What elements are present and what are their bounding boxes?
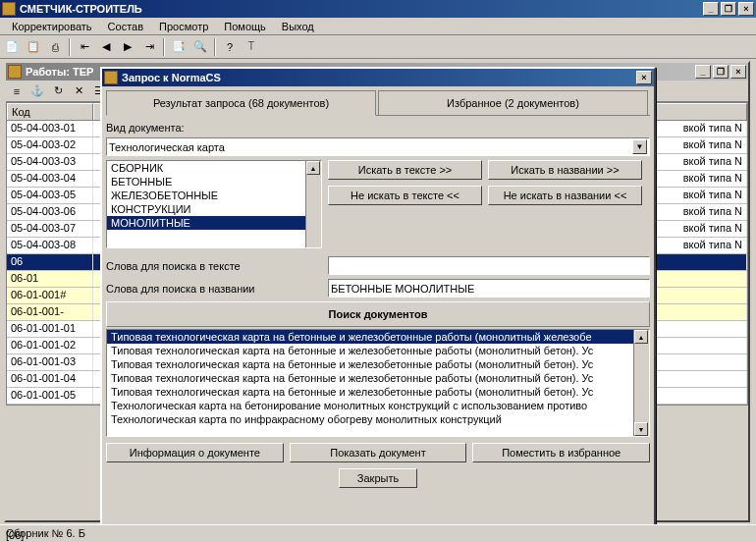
restore-button[interactable]: ❐	[713, 65, 729, 79]
search-in-name-button[interactable]: Искать в названии >>	[488, 160, 642, 180]
search-in-text-button[interactable]: Искать в тексте >>	[328, 160, 482, 180]
cell-code: 06-01-001-03	[7, 354, 93, 370]
menu-help[interactable]: Помощь	[216, 19, 274, 34]
list-item[interactable]: СБОРНИК	[107, 161, 321, 175]
search-header[interactable]: Поиск документов	[106, 301, 650, 327]
list-item[interactable]: Типовая технологическая карта на бетонны…	[107, 344, 649, 357]
cell-code: 06-01-001-	[7, 304, 93, 320]
cell-code: 05-04-003-02	[7, 137, 93, 153]
toolbar-btn[interactable]: ?	[220, 37, 240, 57]
restore-button[interactable]: ❐	[721, 2, 736, 16]
toolbar-btn[interactable]: 📄	[2, 37, 22, 57]
chevron-down-icon: ▼	[632, 139, 647, 154]
doc-type-value: Технологическая карта	[109, 141, 225, 153]
menu-correct[interactable]: Корректировать	[4, 19, 100, 34]
scroll-down-icon[interactable]: ▼	[634, 422, 648, 436]
close-button[interactable]: ×	[730, 65, 746, 79]
list-item[interactable]: КОНСТРУКЦИИ	[107, 202, 321, 216]
cell-code: 05-04-003-04	[7, 171, 93, 187]
toolbar-btn[interactable]: ⟙	[242, 37, 261, 57]
list-item[interactable]: Технологическая карта на бетонирование м…	[107, 399, 649, 412]
text-search-label: Слова для поиска в тексте	[106, 260, 322, 272]
cell-code: 05-04-003-03	[7, 154, 93, 170]
dialog-tabs: Результат запроса (68 документов) Избран…	[106, 90, 650, 116]
app-titlebar: СМЕТЧИК-СТРОИТЕЛЬ _ ❐ ×	[0, 0, 756, 18]
toolbar-btn[interactable]: ↻	[48, 81, 68, 101]
doc-info-button[interactable]: Информация о документе	[106, 443, 284, 462]
results-listbox[interactable]: Типовая технологическая карта на бетонны…	[106, 329, 650, 437]
list-item[interactable]: МОНОЛИТНЫЕ	[107, 216, 321, 230]
doc-type-label: Вид документа:	[106, 122, 185, 134]
cell-code: 06-01-001#	[7, 288, 93, 303]
list-item[interactable]: Технологическая карта по инфракрасному о…	[107, 412, 649, 426]
scroll-up-icon[interactable]: ▲	[634, 330, 648, 344]
app-icon	[2, 2, 16, 16]
toolbar-btn[interactable]: 📋	[24, 37, 43, 57]
dialog-icon	[104, 71, 118, 84]
dialog-close-button[interactable]: ×	[636, 71, 652, 84]
toolbar-btn[interactable]: ◀	[96, 37, 116, 57]
main-toolbar: 📄 📋 ⎙ ⇤ ◀ ▶ ⇥ 📑 🔍 ? ⟙	[0, 35, 756, 59]
toolbar-btn[interactable]: 📑	[169, 37, 189, 57]
list-item[interactable]: Типовая технологическая карта на бетонны…	[107, 357, 649, 371]
menu-composition[interactable]: Состав	[100, 19, 151, 34]
cell-code: 06-01-001-01	[7, 321, 93, 337]
toolbar-btn[interactable]: ⇤	[75, 37, 94, 57]
toolbar-btn[interactable]: ≡	[7, 81, 27, 101]
minimize-button[interactable]: _	[703, 2, 719, 16]
cell-code: 06-01-001-05	[7, 388, 93, 404]
cell-code: 06-01-001-04	[7, 371, 93, 387]
tab-results[interactable]: Результат запроса (68 документов)	[106, 90, 376, 116]
cell-code: 05-04-003-06	[7, 204, 93, 220]
name-search-label: Слова для поиска в названии	[106, 283, 322, 295]
tab-favorites[interactable]: Избранное (2 документов)	[378, 90, 648, 115]
col-code[interactable]: Код	[7, 103, 93, 120]
menu-view[interactable]: Просмотр	[151, 19, 216, 34]
no-search-name-button[interactable]: Не искать в названии <<	[488, 186, 642, 205]
dialog-titlebar[interactable]: Запрос к NormaCS ×	[102, 69, 654, 86]
cell-code: 06-01	[7, 271, 93, 287]
no-search-text-button[interactable]: Не искать в тексте <<	[328, 186, 482, 205]
toolbar-btn[interactable]: ✕	[69, 81, 88, 101]
close-button[interactable]: Закрыть	[339, 468, 417, 488]
works-title: Работы: ТЕР	[26, 66, 93, 78]
list-item[interactable]: ЖЕЛЕЗОБЕТОННЫЕ	[107, 189, 321, 202]
scroll-up-icon[interactable]: ▲	[306, 161, 320, 175]
doc-type-combo[interactable]: Технологическая карта ▼	[106, 137, 650, 156]
toolbar-btn[interactable]: ⇥	[139, 37, 159, 57]
toolbar-btn[interactable]: ⎙	[45, 37, 65, 57]
status-bar: Сборник № 6. Б	[0, 524, 756, 542]
cell-code: 06	[7, 254, 93, 270]
scrollbar[interactable]: ▲ ▼	[633, 330, 649, 436]
text-search-input[interactable]	[328, 256, 650, 275]
cell-code: 05-04-003-07	[7, 221, 93, 237]
list-item[interactable]: Типовая технологическая карта на бетонны…	[107, 371, 649, 385]
cell-code: 05-04-003-08	[7, 238, 93, 253]
menu-exit[interactable]: Выход	[274, 19, 322, 34]
close-button[interactable]: ×	[738, 2, 754, 16]
app-title: СМЕТЧИК-СТРОИТЕЛЬ	[20, 3, 142, 15]
cell-code: 05-04-003-01	[7, 121, 93, 136]
normacs-dialog: Запрос к NormaCS × Результат запроса (68…	[100, 67, 656, 526]
cell-code: 06-01-001-02	[7, 338, 93, 353]
minimize-button[interactable]: _	[695, 65, 711, 79]
cell-code: 05-04-003-05	[7, 188, 93, 203]
list-item[interactable]: Типовая технологическая карта на бетонны…	[107, 385, 649, 399]
keyword-listbox[interactable]: СБОРНИКБЕТОННЫЕЖЕЛЕЗОБЕТОННЫЕКОНСТРУКЦИИ…	[106, 160, 322, 248]
menu-bar: Корректировать Состав Просмотр Помощь Вы…	[0, 18, 756, 35]
toolbar-btn[interactable]: ▶	[118, 37, 137, 57]
dialog-title: Запрос к NormaCS	[122, 72, 221, 83]
list-item[interactable]: БЕТОННЫЕ	[107, 175, 321, 189]
scrollbar[interactable]: ▲	[305, 161, 321, 247]
toolbar-btn[interactable]: ⚓	[27, 81, 47, 101]
name-search-input[interactable]	[328, 279, 650, 298]
toolbar-btn[interactable]: 🔍	[190, 37, 210, 57]
add-favorite-button[interactable]: Поместить в избранное	[472, 443, 650, 462]
list-item[interactable]: Типовая технологическая карта на бетонны…	[107, 330, 649, 344]
status-code: [06]	[2, 528, 27, 542]
works-icon	[8, 65, 22, 79]
show-doc-button[interactable]: Показать документ	[290, 443, 467, 462]
